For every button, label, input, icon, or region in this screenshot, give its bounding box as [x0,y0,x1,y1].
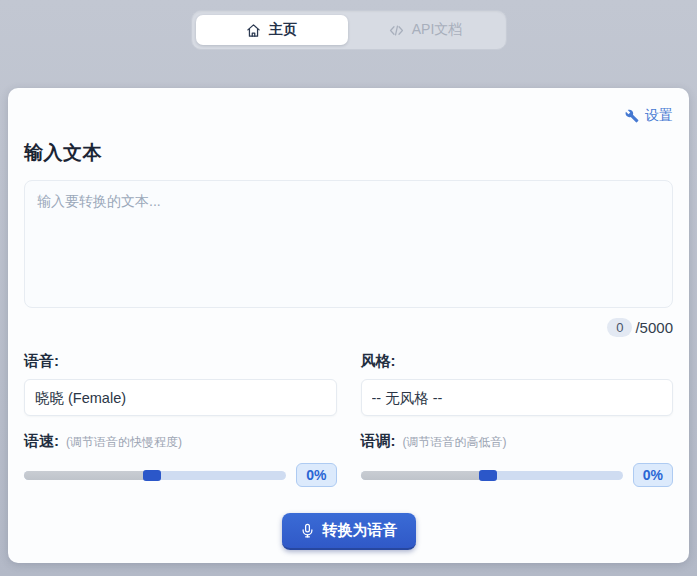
pitch-slider-fill [361,471,482,480]
char-count-badge: 0 [607,318,632,337]
rate-value-badge: 0% [296,463,336,487]
tab-api-docs[interactable]: API文档 [350,15,502,45]
tts-text-input[interactable] [24,180,673,308]
settings-link[interactable]: 设置 [625,107,673,125]
rate-label-row: 语速: (调节语音的快慢程度) [24,432,337,451]
pitch-slider[interactable] [361,471,623,480]
code-icon [389,23,404,38]
style-field: 风格: -- 无风格 -- [361,352,674,416]
page-title: 输入文本 [24,140,673,166]
voice-style-row: 语音: 晓晓 (Female) 风格: -- 无风格 -- [24,352,673,416]
pitch-hint: (调节语音的高低音) [403,434,507,451]
tab-home[interactable]: 主页 [196,15,348,45]
rate-hint: (调节语音的快慢程度) [66,434,182,451]
pitch-value-badge: 0% [633,463,673,487]
pitch-label-row: 语调: (调节语音的高低音) [361,432,674,451]
top-tab-bar: 主页 API文档 [191,10,507,50]
char-limit-label: /5000 [635,319,673,336]
page: 主页 API文档 设置 输入文本 [0,0,697,576]
pitch-slider-thumb[interactable] [479,470,497,481]
slider-section: 语速: (调节语音的快慢程度) 0% 语调: (调节语音的高低音) [24,416,673,487]
tab-home-label: 主页 [269,21,297,39]
pitch-slider-row: 0% [361,463,674,487]
convert-to-speech-button[interactable]: 转换为语音 [282,513,416,550]
rate-label: 语速: [24,432,59,451]
settings-row: 设置 [24,106,673,126]
pitch-label: 语调: [361,432,396,451]
rate-slider[interactable] [24,471,286,480]
voice-label: 语音: [24,352,337,371]
home-icon [246,23,261,38]
rate-slider-thumb[interactable] [143,470,161,481]
pitch-field: 语调: (调节语音的高低音) 0% [361,416,674,487]
wrench-icon [625,109,639,123]
convert-button-row: 转换为语音 [24,513,673,550]
microphone-icon [300,523,315,538]
rate-slider-fill [24,471,145,480]
rate-slider-row: 0% [24,463,337,487]
voice-field: 语音: 晓晓 (Female) [24,352,337,416]
style-label: 风格: [361,352,674,371]
main-panel: 设置 输入文本 0 /5000 语音: 晓晓 (Female) 风格: -- 无… [8,88,689,563]
settings-label: 设置 [645,107,673,125]
rate-field: 语速: (调节语音的快慢程度) 0% [24,416,337,487]
char-counter: 0 /5000 [24,316,673,338]
convert-button-label: 转换为语音 [323,521,398,540]
style-select[interactable]: -- 无风格 -- [361,379,674,416]
tab-api-docs-label: API文档 [412,21,463,39]
voice-select[interactable]: 晓晓 (Female) [24,379,337,416]
